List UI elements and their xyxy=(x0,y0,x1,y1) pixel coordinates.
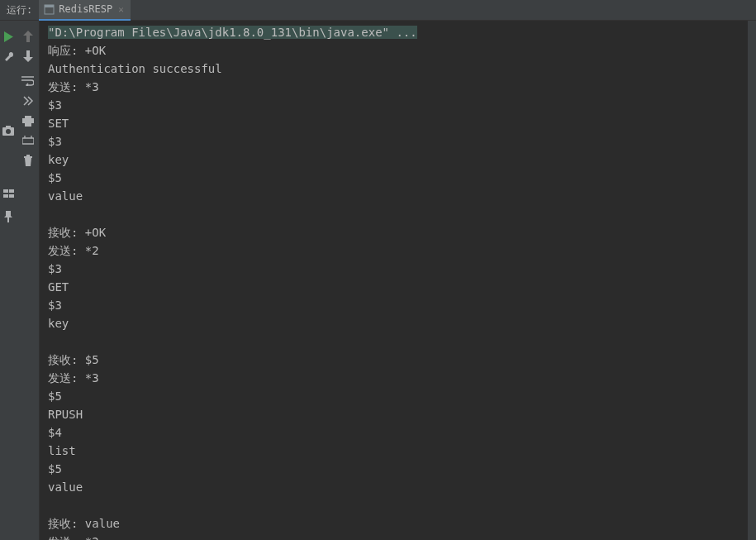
svg-rect-16 xyxy=(26,155,30,156)
down-arrow-icon[interactable] xyxy=(18,47,38,65)
console-line: $3 xyxy=(48,296,756,314)
run-tab[interactable]: RedisRESP ✕ xyxy=(39,0,131,21)
svg-rect-15 xyxy=(24,156,32,158)
console-output[interactable]: "D:\Program Files\Java\jdk1.8.0_131\bin\… xyxy=(40,21,756,540)
svg-rect-5 xyxy=(3,189,8,193)
main-area: "D:\Program Files\Java\jdk1.8.0_131\bin\… xyxy=(0,21,756,540)
svg-rect-7 xyxy=(3,194,8,198)
console-line xyxy=(48,332,756,351)
scroll-to-end-icon[interactable] xyxy=(18,92,38,110)
console-toolbar xyxy=(17,21,40,540)
wrench-icon[interactable] xyxy=(1,47,16,65)
svg-rect-6 xyxy=(9,189,14,193)
console-line: $3 xyxy=(48,132,756,151)
console-line: $3 xyxy=(48,96,756,114)
left-gutter xyxy=(0,21,17,540)
console-line: $5 xyxy=(48,387,756,405)
console-line xyxy=(48,496,756,514)
pin-icon[interactable] xyxy=(1,208,16,226)
console-line: $5 xyxy=(48,169,756,187)
svg-point-4 xyxy=(6,129,11,134)
console-line xyxy=(48,205,756,223)
console-line: key xyxy=(48,314,756,332)
svg-rect-1 xyxy=(45,5,54,7)
top-bar: 运行: RedisRESP ✕ xyxy=(0,0,756,21)
console-line: Authentication successful xyxy=(48,60,756,78)
console-line: $3 xyxy=(48,260,756,278)
svg-rect-8 xyxy=(9,194,14,198)
console-line: 发送: *3 xyxy=(48,369,756,387)
camera-icon[interactable] xyxy=(1,122,16,140)
console-line: value xyxy=(48,187,756,205)
layout-icon[interactable] xyxy=(1,184,16,203)
up-arrow-icon[interactable] xyxy=(18,27,38,45)
soft-wrap-icon[interactable] xyxy=(18,72,38,90)
console-line: $4 xyxy=(48,423,756,442)
svg-rect-11 xyxy=(25,122,31,127)
console-line: 响应: +OK xyxy=(48,41,756,60)
debug-icon[interactable] xyxy=(18,131,38,150)
svg-rect-12 xyxy=(22,138,34,144)
console-line: GET xyxy=(48,278,756,296)
command-line: "D:\Program Files\Java\jdk1.8.0_131\bin\… xyxy=(48,23,756,41)
run-icon[interactable] xyxy=(1,27,16,45)
console-line: key xyxy=(48,151,756,169)
console-line: 发送: *3 xyxy=(48,78,756,96)
console-line: SET xyxy=(48,114,756,132)
print-icon[interactable] xyxy=(18,112,38,130)
trash-icon[interactable] xyxy=(18,151,38,170)
app-icon xyxy=(44,4,55,15)
run-label: 运行: xyxy=(0,3,39,17)
console-line: $5 xyxy=(48,460,756,478)
console-line: 接收: +OK xyxy=(48,223,756,241)
console-line: 发送: *2 xyxy=(48,241,756,260)
console-line: 接收: value xyxy=(48,514,756,533)
console-line: RPUSH xyxy=(48,405,756,423)
scrollbar[interactable] xyxy=(748,21,756,540)
console-line: 发送: *2 xyxy=(48,533,756,540)
console-line: 接收: $5 xyxy=(48,351,756,369)
console-line: list xyxy=(48,442,756,460)
tab-label: RedisRESP xyxy=(59,3,112,15)
svg-rect-9 xyxy=(25,116,31,118)
console-line: value xyxy=(48,478,756,496)
svg-rect-3 xyxy=(6,126,11,128)
close-icon[interactable]: ✕ xyxy=(116,4,126,15)
